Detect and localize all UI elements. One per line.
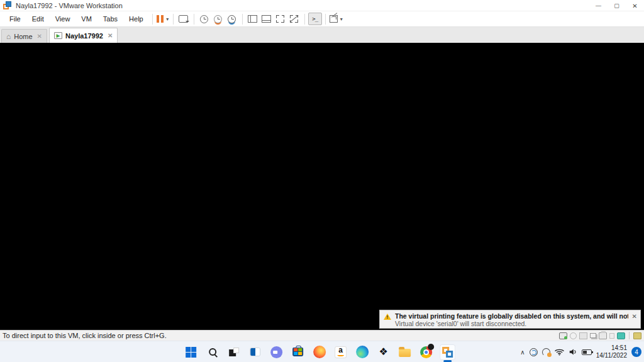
widgets-icon <box>250 348 260 356</box>
tab-home-label: Home <box>14 33 32 40</box>
chat-button[interactable] <box>269 344 284 360</box>
notification-title: The virtual printing feature is globally… <box>395 312 628 320</box>
notification-close-icon[interactable]: ✕ <box>632 313 637 320</box>
vm-screen-icon: ▶ <box>54 32 62 39</box>
show-thumbnail-bar-button[interactable] <box>260 13 274 25</box>
notification-count-badge[interactable]: 4 <box>631 347 641 357</box>
title-bar: Nayla17992 - VMware Workstation — ▢ ✕ <box>0 0 644 11</box>
unity-icon <box>290 15 298 23</box>
update-tray-icon[interactable] <box>542 348 550 356</box>
vmware-taskbar-button[interactable] <box>440 344 455 360</box>
status-separator <box>629 332 630 339</box>
suspend-button[interactable]: ▾ <box>156 13 170 25</box>
vmware-status-bar: To direct input to this VM, click inside… <box>0 330 644 341</box>
folder-icon <box>399 349 411 357</box>
chevron-down-icon[interactable]: ▾ <box>340 16 343 22</box>
minimize-button[interactable]: — <box>589 0 608 11</box>
amazon-button[interactable]: a <box>333 344 348 360</box>
toolbar-separator <box>304 14 305 25</box>
tab-vm-label: Nayla17992 <box>65 32 103 40</box>
snapshot-icon <box>200 15 208 23</box>
tab-bar: ⌂ Home ✕ ▶ Nayla17992 ✕ <box>0 26 644 43</box>
chevron-down-icon[interactable]: ▾ <box>166 16 169 22</box>
window-title: Nayla17992 - VMware Workstation <box>16 2 123 9</box>
chat-icon <box>270 346 282 358</box>
hard-disk-icon[interactable] <box>559 332 567 339</box>
status-hint: To direct input to this VM, click inside… <box>3 332 167 339</box>
firefox-button[interactable] <box>311 344 327 360</box>
edge-icon <box>356 346 369 358</box>
notification-detail: Virtual device 'serial0' will start disc… <box>395 320 628 327</box>
dropbox-button[interactable]: ❖ <box>375 344 391 360</box>
search-button[interactable] <box>204 344 220 360</box>
tray-time: 14:51 <box>596 344 627 353</box>
thumbnail-bar-icon <box>262 15 271 23</box>
enter-fullscreen-button[interactable] <box>274 13 287 25</box>
menu-bar: File Edit View VM Tabs Help ▾ >_ <box>0 11 644 26</box>
volume-icon[interactable] <box>569 348 577 356</box>
ctrl-alt-del-button[interactable] <box>177 13 191 25</box>
notification-bar: The virtual printing feature is globally… <box>379 310 641 329</box>
manage-snapshots-icon <box>228 15 236 23</box>
network-adapter-icon[interactable] <box>590 333 596 338</box>
start-button[interactable] <box>183 344 199 360</box>
chrome-icon <box>420 346 432 358</box>
close-button[interactable]: ✕ <box>626 0 644 11</box>
edge-button[interactable] <box>354 344 370 360</box>
vm-display[interactable]: The virtual printing feature is globally… <box>0 43 644 330</box>
menu-vm[interactable]: VM <box>75 13 97 25</box>
menu-file[interactable]: File <box>4 13 26 25</box>
menu-view[interactable]: View <box>50 13 76 25</box>
pause-icon <box>157 15 164 23</box>
tab-vm-close-icon[interactable]: ✕ <box>108 32 113 39</box>
toolbar-separator <box>325 14 326 25</box>
show-library-button[interactable] <box>246 13 260 25</box>
menu-edit[interactable]: Edit <box>26 13 50 25</box>
library-panel-icon <box>248 15 257 23</box>
screen: Nayla17992 - VMware Workstation — ▢ ✕ Fi… <box>0 0 644 362</box>
menu-tabs[interactable]: Tabs <box>97 13 123 25</box>
toolbar-separator <box>194 14 194 25</box>
amazon-icon: a <box>335 346 347 358</box>
exit-unity-button[interactable] <box>287 13 301 25</box>
free-stretch-button[interactable]: ▾ <box>329 13 343 25</box>
printer-icon[interactable] <box>599 332 607 339</box>
windows-logo-icon <box>186 347 196 358</box>
tab-home-close-icon[interactable]: ✕ <box>37 33 42 40</box>
tab-vm[interactable]: ▶ Nayla17992 ✕ <box>49 28 118 43</box>
floppy-icon[interactable] <box>579 332 587 339</box>
battery-icon[interactable] <box>582 349 592 355</box>
task-view-button[interactable] <box>226 344 242 360</box>
tab-home[interactable]: ⌂ Home ✕ <box>1 29 47 43</box>
file-explorer-button[interactable] <box>397 344 413 360</box>
revert-snapshot-button[interactable] <box>211 13 225 25</box>
manage-snapshots-button[interactable] <box>225 13 239 25</box>
toolbar-separator <box>152 14 153 25</box>
chrome-button[interactable] <box>418 344 434 360</box>
console-icon: >_ <box>312 16 318 22</box>
menu-help[interactable]: Help <box>123 13 149 25</box>
vmware-icon <box>442 347 453 358</box>
windows-taskbar: a ❖ ∧ 14:51 14/11/2022 4 <box>0 341 644 362</box>
message-log-icon[interactable] <box>617 332 625 339</box>
maximize-button[interactable]: ▢ <box>608 0 626 11</box>
chrome-badge <box>428 344 434 350</box>
wifi-icon[interactable] <box>555 348 564 356</box>
warning-icon <box>384 314 391 320</box>
cd-rom-icon[interactable] <box>570 332 577 339</box>
sync-tray-icon[interactable] <box>530 348 538 356</box>
toolbar-separator <box>242 14 243 25</box>
widgets-button[interactable] <box>247 344 263 360</box>
toolbar-separator <box>173 14 174 25</box>
show-console-button[interactable]: >_ <box>308 13 322 25</box>
tray-clock[interactable]: 14:51 14/11/2022 <box>596 344 627 360</box>
fullscreen-icon <box>276 15 284 23</box>
take-snapshot-button[interactable] <box>197 13 211 25</box>
revert-snapshot-icon <box>214 15 222 23</box>
microsoft-store-button[interactable] <box>290 344 306 360</box>
stretch-icon <box>330 15 338 23</box>
fullscreen-status-icon[interactable] <box>633 332 641 339</box>
tray-chevron-up-icon[interactable]: ∧ <box>520 349 525 356</box>
sound-icon[interactable] <box>609 333 614 339</box>
vmware-app-icon <box>3 1 11 9</box>
